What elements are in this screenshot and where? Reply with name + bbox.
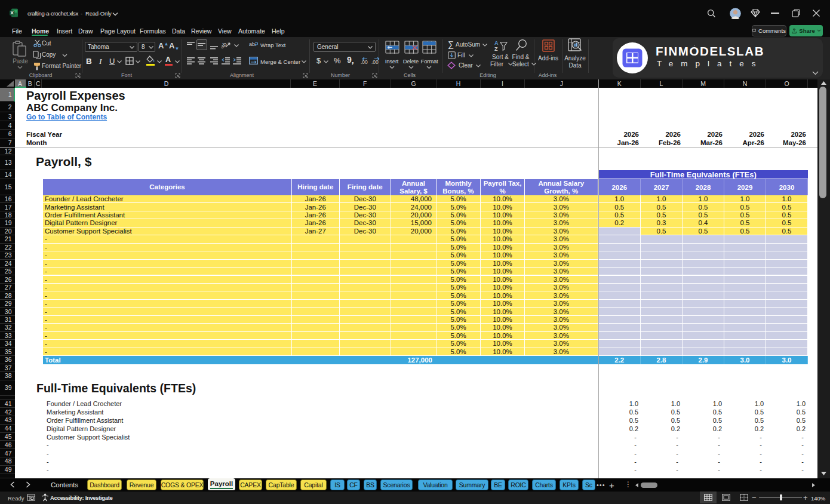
svg-text:A: A	[494, 40, 499, 46]
svg-text:ab: ab	[249, 41, 255, 47]
svg-text:Z: Z	[494, 46, 498, 51]
svg-text:X: X	[11, 10, 14, 16]
svg-text:ab: ab	[222, 41, 228, 49]
